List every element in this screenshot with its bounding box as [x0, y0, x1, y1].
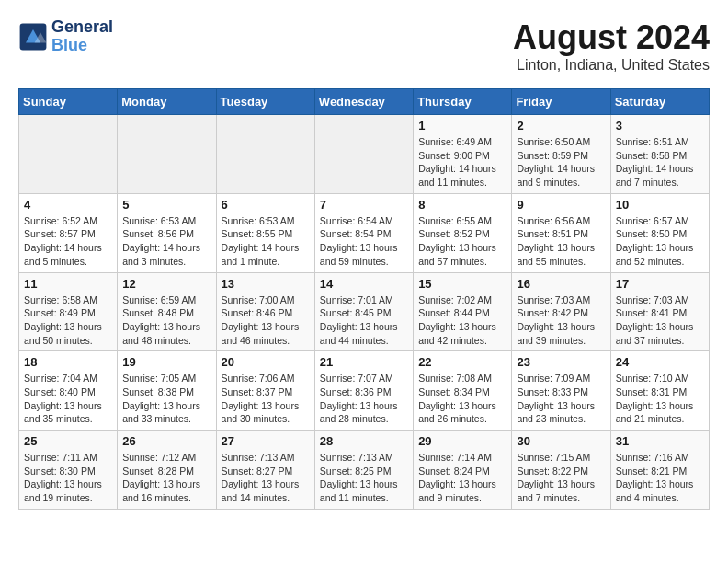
- day-info: Sunrise: 6:54 AM Sunset: 8:54 PM Dayligh…: [320, 214, 408, 269]
- day-info: Sunrise: 7:13 AM Sunset: 8:27 PM Dayligh…: [222, 451, 310, 505]
- day-info: Sunrise: 7:09 AM Sunset: 8:33 PM Dayligh…: [517, 372, 605, 426]
- day-number: 31: [616, 434, 704, 448]
- day-info: Sunrise: 6:56 AM Sunset: 8:51 PM Dayligh…: [517, 214, 605, 269]
- calendar-cell: 30Sunrise: 7:15 AM Sunset: 8:22 PM Dayli…: [512, 431, 610, 510]
- calendar-cell: 10Sunrise: 6:57 AM Sunset: 8:50 PM Dayli…: [610, 193, 709, 272]
- day-number: 29: [418, 434, 506, 448]
- day-info: Sunrise: 6:51 AM Sunset: 8:58 PM Dayligh…: [616, 135, 704, 190]
- day-info: Sunrise: 6:52 AM Sunset: 8:57 PM Dayligh…: [24, 214, 112, 269]
- logo-line1: General: [51, 18, 113, 37]
- calendar-cell: 7Sunrise: 6:54 AM Sunset: 8:54 PM Daylig…: [314, 193, 413, 272]
- day-info: Sunrise: 7:04 AM Sunset: 8:40 PM Dayligh…: [24, 372, 112, 426]
- day-number: 2: [517, 119, 605, 132]
- calendar-cell: 12Sunrise: 6:59 AM Sunset: 8:48 PM Dayli…: [118, 272, 216, 351]
- day-number: 20: [222, 355, 310, 369]
- day-number: 15: [418, 277, 506, 291]
- day-number: 27: [222, 434, 310, 448]
- day-info: Sunrise: 7:00 AM Sunset: 8:46 PM Dayligh…: [222, 293, 310, 348]
- day-info: Sunrise: 7:02 AM Sunset: 8:44 PM Dayligh…: [418, 293, 506, 348]
- calendar-cell: 15Sunrise: 7:02 AM Sunset: 8:44 PM Dayli…: [414, 272, 512, 351]
- day-info: Sunrise: 6:50 AM Sunset: 8:59 PM Dayligh…: [517, 135, 605, 190]
- day-info: Sunrise: 6:57 AM Sunset: 8:50 PM Dayligh…: [616, 214, 704, 269]
- calendar-cell: 14Sunrise: 7:01 AM Sunset: 8:45 PM Dayli…: [314, 272, 413, 351]
- calendar: SundayMondayTuesdayWednesdayThursdayFrid…: [18, 88, 710, 510]
- calendar-cell: [314, 115, 413, 194]
- logo-text: General Blue: [51, 18, 113, 55]
- calendar-cell: 2Sunrise: 6:50 AM Sunset: 8:59 PM Daylig…: [512, 115, 610, 194]
- calendar-cell: 20Sunrise: 7:06 AM Sunset: 8:37 PM Dayli…: [216, 351, 314, 431]
- day-number: 10: [616, 198, 704, 212]
- day-info: Sunrise: 7:07 AM Sunset: 8:36 PM Dayligh…: [320, 372, 408, 426]
- calendar-cell: 28Sunrise: 7:13 AM Sunset: 8:25 PM Dayli…: [314, 431, 413, 510]
- calendar-cell: 16Sunrise: 7:03 AM Sunset: 8:42 PM Dayli…: [512, 272, 610, 351]
- day-info: Sunrise: 7:08 AM Sunset: 8:34 PM Dayligh…: [418, 372, 506, 426]
- day-info: Sunrise: 6:53 AM Sunset: 8:56 PM Dayligh…: [122, 214, 210, 269]
- day-number: 22: [418, 355, 506, 369]
- day-number: 25: [24, 434, 112, 448]
- calendar-cell: 4Sunrise: 6:52 AM Sunset: 8:57 PM Daylig…: [19, 193, 118, 272]
- day-number: 30: [517, 434, 605, 448]
- day-info: Sunrise: 7:05 AM Sunset: 8:38 PM Dayligh…: [122, 372, 210, 426]
- subtitle: Linton, Indiana, United States: [513, 57, 710, 74]
- day-number: 23: [517, 355, 605, 369]
- day-info: Sunrise: 7:03 AM Sunset: 8:41 PM Dayligh…: [616, 293, 704, 348]
- calendar-cell: 24Sunrise: 7:10 AM Sunset: 8:31 PM Dayli…: [610, 351, 709, 431]
- calendar-cell: 6Sunrise: 6:53 AM Sunset: 8:55 PM Daylig…: [216, 193, 314, 272]
- day-number: 28: [320, 434, 408, 448]
- day-info: Sunrise: 7:15 AM Sunset: 8:22 PM Dayligh…: [517, 451, 605, 505]
- day-number: 4: [24, 198, 112, 212]
- week-row-2: 4Sunrise: 6:52 AM Sunset: 8:57 PM Daylig…: [19, 193, 710, 272]
- day-info: Sunrise: 7:13 AM Sunset: 8:25 PM Dayligh…: [320, 451, 408, 505]
- day-number: 21: [320, 355, 408, 369]
- weekday-header-friday: Friday: [512, 89, 610, 115]
- day-info: Sunrise: 6:58 AM Sunset: 8:49 PM Dayligh…: [24, 293, 112, 348]
- day-info: Sunrise: 7:11 AM Sunset: 8:30 PM Dayligh…: [24, 451, 112, 505]
- calendar-cell: 26Sunrise: 7:12 AM Sunset: 8:28 PM Dayli…: [118, 431, 216, 510]
- day-info: Sunrise: 7:01 AM Sunset: 8:45 PM Dayligh…: [320, 293, 408, 348]
- day-info: Sunrise: 6:59 AM Sunset: 8:48 PM Dayligh…: [122, 293, 210, 348]
- title-block: August 2024 Linton, Indiana, United Stat…: [513, 18, 710, 74]
- calendar-header: SundayMondayTuesdayWednesdayThursdayFrid…: [19, 89, 710, 115]
- day-info: Sunrise: 7:14 AM Sunset: 8:24 PM Dayligh…: [418, 451, 506, 505]
- day-number: 8: [418, 198, 506, 212]
- calendar-cell: 29Sunrise: 7:14 AM Sunset: 8:24 PM Dayli…: [414, 431, 512, 510]
- calendar-cell: 25Sunrise: 7:11 AM Sunset: 8:30 PM Dayli…: [19, 431, 118, 510]
- day-number: 18: [24, 355, 112, 369]
- day-number: 13: [222, 277, 310, 291]
- week-row-3: 11Sunrise: 6:58 AM Sunset: 8:49 PM Dayli…: [19, 272, 710, 351]
- calendar-body: 1Sunrise: 6:49 AM Sunset: 9:00 PM Daylig…: [19, 115, 710, 510]
- calendar-cell: 1Sunrise: 6:49 AM Sunset: 9:00 PM Daylig…: [414, 115, 512, 194]
- day-number: 26: [122, 434, 210, 448]
- logo-line2: Blue: [51, 36, 87, 54]
- day-number: 5: [122, 198, 210, 212]
- calendar-cell: 19Sunrise: 7:05 AM Sunset: 8:38 PM Dayli…: [118, 351, 216, 431]
- calendar-cell: 3Sunrise: 6:51 AM Sunset: 8:58 PM Daylig…: [610, 115, 709, 194]
- day-number: 7: [320, 198, 408, 212]
- day-info: Sunrise: 7:10 AM Sunset: 8:31 PM Dayligh…: [616, 372, 704, 426]
- calendar-cell: 22Sunrise: 7:08 AM Sunset: 8:34 PM Dayli…: [414, 351, 512, 431]
- day-number: 19: [122, 355, 210, 369]
- weekday-header-monday: Monday: [118, 89, 216, 115]
- day-info: Sunrise: 6:53 AM Sunset: 8:55 PM Dayligh…: [222, 214, 310, 269]
- day-number: 14: [320, 277, 408, 291]
- logo: General Blue: [18, 18, 113, 55]
- calendar-cell: 23Sunrise: 7:09 AM Sunset: 8:33 PM Dayli…: [512, 351, 610, 431]
- week-row-5: 25Sunrise: 7:11 AM Sunset: 8:30 PM Dayli…: [19, 431, 710, 510]
- day-info: Sunrise: 7:16 AM Sunset: 8:21 PM Dayligh…: [616, 451, 704, 505]
- week-row-1: 1Sunrise: 6:49 AM Sunset: 9:00 PM Daylig…: [19, 115, 710, 194]
- day-number: 16: [517, 277, 605, 291]
- weekday-header-wednesday: Wednesday: [314, 89, 413, 115]
- day-number: 1: [418, 119, 506, 132]
- calendar-cell: 5Sunrise: 6:53 AM Sunset: 8:56 PM Daylig…: [118, 193, 216, 272]
- day-number: 24: [616, 355, 704, 369]
- day-number: 9: [517, 198, 605, 212]
- day-info: Sunrise: 7:12 AM Sunset: 8:28 PM Dayligh…: [122, 451, 210, 505]
- calendar-cell: [19, 115, 118, 194]
- page-header: General Blue August 2024 Linton, Indiana…: [18, 18, 710, 74]
- day-number: 11: [24, 277, 112, 291]
- day-number: 6: [222, 198, 310, 212]
- day-number: 3: [616, 119, 704, 132]
- calendar-cell: 27Sunrise: 7:13 AM Sunset: 8:27 PM Dayli…: [216, 431, 314, 510]
- weekday-row: SundayMondayTuesdayWednesdayThursdayFrid…: [19, 89, 710, 115]
- calendar-cell: [216, 115, 314, 194]
